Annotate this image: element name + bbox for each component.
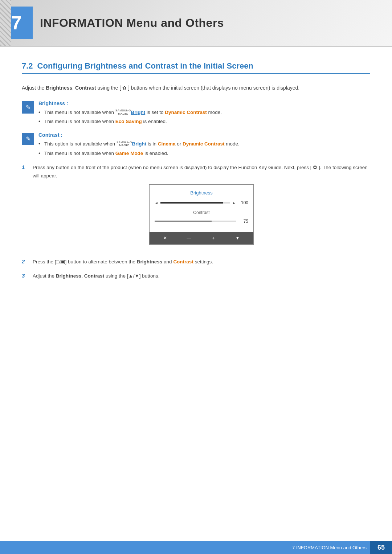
samsung-magic-brand-1: SAMSUNG MAGIC — [115, 109, 131, 116]
contrast-bold-3: Contrast — [84, 273, 105, 279]
brand-bottom-1: MAGIC — [118, 112, 128, 116]
slider-left-arrow: ◄ — [155, 200, 158, 206]
brightness-note-title: Brightness : — [38, 100, 370, 106]
cinema-term: Cinema — [158, 141, 176, 147]
contrast-term: Contrast — [75, 85, 96, 91]
brightness-term: Brightness — [46, 85, 72, 91]
screen-buttons-bar: ✕ — ＋ ▼ — [150, 232, 253, 244]
contrast-slider-row: 75 — [155, 218, 248, 225]
contrast-track — [155, 221, 236, 222]
contrast-bold-2: Contrast — [173, 259, 193, 264]
note-icon-brightness — [22, 101, 34, 114]
brightness-fill — [160, 202, 223, 204]
btn-x-icon[interactable]: ✕ — [163, 234, 167, 242]
contrast-note-block: Contrast : This option is not available … — [22, 132, 370, 159]
brightness-note-list: This menu is not available when SAMSUNG … — [38, 108, 370, 126]
brightness-slider-row: ◄ ► 100 — [155, 199, 248, 206]
step-2-text: Press the [□/▣] button to alternate betw… — [33, 258, 370, 266]
main-content: 7.2Configuring Brightness and Contrast i… — [0, 61, 392, 315]
dynamic-contrast-term-2: Dynamic Contrast — [183, 141, 225, 147]
footer-page-number: 65 — [370, 541, 392, 554]
brightness-bold-3: Brightness — [56, 273, 82, 279]
step-2: 2 Press the [□/▣] button to alternate be… — [22, 258, 370, 266]
note-icon-contrast — [22, 133, 34, 145]
slider-right-arrow: ► — [232, 200, 236, 206]
screen-inner: Brightness ◄ ► 100 Contrast — [150, 185, 253, 230]
step-2-number: 2 — [22, 258, 29, 264]
screen-mockup: Brightness ◄ ► 100 Contrast — [149, 184, 254, 245]
screen-contrast-label: Contrast — [155, 209, 248, 216]
step-1-text: Press any button on the front of the pro… — [33, 164, 370, 252]
screen-brightness-label: Brightness — [155, 189, 248, 197]
game-mode-term: Game Mode — [115, 151, 143, 156]
section-number: 7.2 — [22, 61, 33, 70]
footer-text: 7 INFORMATION Menu and Others — [292, 545, 370, 550]
step-3: 3 Adjust the Brightness, Contrast using … — [22, 272, 370, 280]
brightness-note-content: Brightness : This menu is not available … — [38, 100, 370, 127]
brightness-note-item-2: This menu is not available when Eco Savi… — [38, 118, 370, 126]
bright-link-1[interactable]: Bright — [131, 110, 145, 115]
contrast-note-title: Contrast : — [38, 132, 370, 138]
brightness-note-item-1: This menu is not available when SAMSUNG … — [38, 108, 370, 116]
bright-link-2[interactable]: Bright — [132, 141, 146, 147]
brightness-value: 100 — [238, 199, 248, 206]
brightness-bold-2: Brightness — [137, 259, 163, 264]
contrast-note-list: This option is not available when SAMSUN… — [38, 140, 370, 157]
section-title: Configuring Brightness and Contrast in t… — [37, 61, 253, 70]
chapter-number: 7 — [0, 7, 33, 39]
page-footer: 7 INFORMATION Menu and Others 65 — [0, 541, 392, 554]
contrast-value: 75 — [238, 218, 248, 225]
brightness-note-block: Brightness : This menu is not available … — [22, 100, 370, 127]
eco-saving-term: Eco Saving — [115, 119, 142, 124]
steps-container: 1 Press any button on the front of the p… — [22, 164, 370, 280]
contrast-note-item-1: This option is not available when SAMSUN… — [38, 140, 370, 148]
step-3-number: 3 — [22, 272, 29, 279]
samsung-magic-brand-2: SAMSUNG MAGIC — [117, 141, 132, 148]
step-1-number: 1 — [22, 164, 29, 170]
brightness-track — [160, 202, 230, 204]
contrast-fill — [155, 221, 212, 222]
section-heading: 7.2Configuring Brightness and Contrast i… — [22, 61, 370, 74]
intro-paragraph: Adjust the Brightness, Contrast using th… — [22, 84, 370, 93]
dynamic-contrast-term-1: Dynamic Contrast — [165, 110, 207, 115]
btn-plus-icon[interactable]: ＋ — [211, 234, 216, 242]
contrast-note-content: Contrast : This option is not available … — [38, 132, 370, 159]
step-3-text: Adjust the Brightness, Contrast using th… — [33, 272, 370, 280]
brand-bottom-2: MAGIC — [119, 144, 129, 147]
step-1: 1 Press any button on the front of the p… — [22, 164, 370, 252]
chapter-header: 7 INFORMATION Menu and Others — [0, 0, 392, 47]
contrast-note-item-2: This menu is not available when Game Mod… — [38, 149, 370, 157]
btn-minus-icon[interactable]: — — [187, 234, 191, 242]
chapter-title: INFORMATION Menu and Others — [40, 16, 224, 30]
btn-check-icon[interactable]: ▼ — [236, 234, 240, 242]
